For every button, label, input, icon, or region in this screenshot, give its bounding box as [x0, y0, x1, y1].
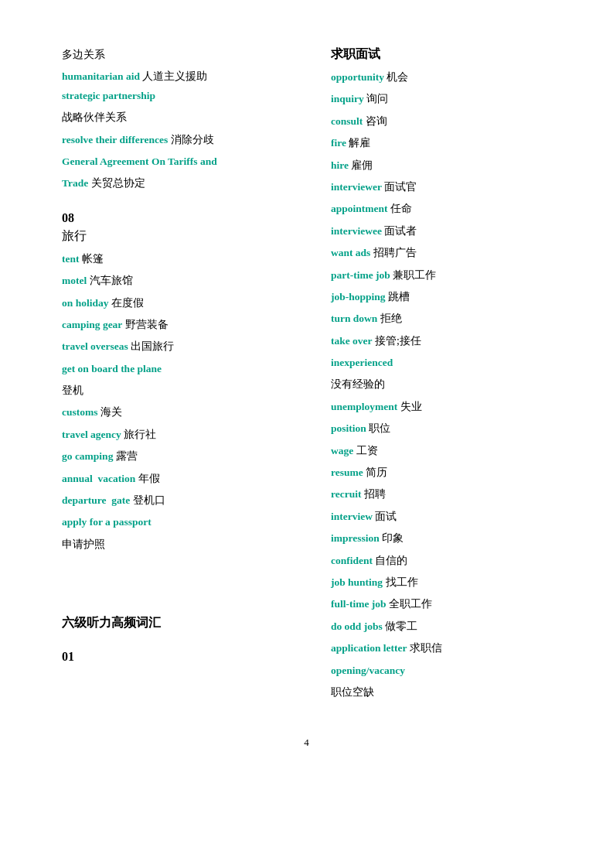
entry-strategic-partnership: strategic partnership [62, 87, 315, 104]
zh-text: 做零工 [385, 620, 417, 632]
zh-text: 人道主义援助 [142, 70, 207, 82]
entry-wage: wage 工资 [331, 443, 551, 460]
en-text: impression [331, 532, 380, 544]
en-text: interviewer [331, 181, 382, 193]
entry-unemployment: unemployment 失业 [331, 398, 551, 415]
zh-text: 多边关系 [62, 49, 105, 60]
en-text: tent [62, 253, 80, 265]
entry-interviewer: interviewer 面试官 [331, 179, 551, 196]
en-text: full-time job [331, 598, 387, 610]
right-column: 求职面试 opportunity 机会 inquiry 询问 consult 咨… [331, 46, 551, 706]
zh-text: 雇佣 [351, 159, 373, 171]
entry-apply-passport: apply for a passport [62, 514, 315, 531]
entry-consult: consult 咨询 [331, 113, 551, 130]
entry-opportunity: opportunity 机会 [331, 69, 551, 86]
entry-job-hopping: job-hopping 跳槽 [331, 289, 551, 306]
entry-turn-down: turn down 拒绝 [331, 310, 551, 327]
entry-job-hunting: job hunting 找工作 [331, 574, 551, 591]
entry-resolve: resolve their differences 消除分歧 [62, 132, 315, 149]
en-text: motel [62, 275, 87, 286]
en-text: job-hopping [331, 291, 386, 302]
zh-text: 在度假 [111, 297, 144, 309]
entry-motel: motel 汽车旅馆 [62, 272, 315, 289]
en-text: interviewee [331, 225, 382, 237]
en-text: customs [62, 406, 98, 418]
entry-want-ads: want ads 招聘广告 [331, 244, 551, 261]
entry-confident: confident 自信的 [331, 552, 551, 569]
section-number: 08 [62, 211, 315, 225]
entry-customs: customs 海关 [62, 404, 315, 421]
en-text: apply for a passport [62, 516, 152, 528]
en-text: unemployment [331, 401, 397, 412]
zh-text: 接管;接任 [375, 335, 421, 347]
en-text: take over [331, 335, 373, 347]
bottom-num: 01 [62, 650, 315, 664]
en-text: recruit [331, 488, 361, 500]
zh-text: 露营 [116, 450, 138, 462]
entry-application-letter: application letter 求职信 [331, 640, 551, 657]
en-text: fire [331, 137, 346, 149]
entry-recruit: recruit 招聘 [331, 486, 551, 503]
entry-go-camping: go camping 露营 [62, 448, 315, 465]
zh-text: 失业 [400, 401, 422, 412]
entry-on-holiday: on holiday 在度假 [62, 295, 315, 312]
zh-text: 登机 [62, 384, 83, 396]
zh-text: 野营装备 [125, 319, 169, 330]
zh-text: 面试 [375, 511, 397, 522]
entry-hire: hire 雇佣 [331, 157, 551, 174]
entry-duobianguanxi: 多边关系 [62, 46, 315, 63]
entry-humanitarian-aid: humanitarian aid 人道主义援助 [62, 68, 315, 85]
zh-text: 申请护照 [62, 538, 105, 550]
zh-text: 没有经验的 [331, 378, 385, 390]
section-title: 旅行 [62, 228, 315, 244]
en-text: job hunting [331, 576, 383, 588]
en-text: strategic partnership [62, 90, 155, 101]
en-text: resolve their differences [62, 134, 168, 145]
zh-text: 跳槽 [388, 291, 410, 302]
zh-text: 年假 [138, 473, 160, 484]
bottom-section: 六级听力高频词汇 01 [62, 615, 315, 664]
entry-apply-passport-zh: 申请护照 [62, 536, 315, 553]
zh-text: 简历 [366, 466, 387, 478]
entry-position: position 职位 [331, 420, 551, 437]
zh-text: 登机口 [133, 494, 165, 506]
en-text: travel agency [62, 429, 121, 440]
en-text: get on board the plane [62, 363, 162, 374]
zh-text: 拒绝 [380, 313, 402, 324]
entry-impression: impression 印象 [331, 530, 551, 547]
entry-get-on-board-zh: 登机 [62, 382, 315, 399]
entry-tent: tent 帐篷 [62, 251, 315, 268]
zh-text: 自信的 [375, 555, 407, 566]
entry-camping-gear: camping gear 野营装备 [62, 316, 315, 333]
zh-text: 面试者 [384, 225, 417, 237]
entry-part-time-job: part-time job 兼职工作 [331, 267, 551, 284]
zh-text: 面试官 [384, 181, 417, 193]
zh-text: 咨询 [366, 115, 387, 127]
entry-travel-agency: travel agency 旅行社 [62, 426, 315, 443]
en-text: do odd jobs [331, 620, 383, 632]
en-text: position [331, 422, 366, 434]
entry-gatt-2: Trade 关贸总协定 [62, 175, 315, 192]
entry-get-on-board: get on board the plane [62, 361, 315, 378]
entry-interviewee: interviewee 面试者 [331, 223, 551, 240]
en-text: opening/vacancy [331, 665, 405, 676]
entry-fire: fire 解雇 [331, 135, 551, 152]
entry-interview: interview 面试 [331, 508, 551, 525]
en-text: appointment [331, 203, 388, 214]
zh-text: 询问 [366, 93, 388, 104]
zh-text: 印象 [382, 532, 404, 544]
en-text: consult [331, 115, 363, 127]
zh-text: 任命 [390, 203, 412, 214]
en-text: want ads [331, 247, 370, 258]
zh-text: 兼职工作 [393, 269, 436, 281]
entry-inexperienced-zh: 没有经验的 [331, 376, 551, 393]
entry-full-time-job: full-time job 全职工作 [331, 596, 551, 613]
entry-resume: resume 简历 [331, 464, 551, 481]
en-text: on holiday [62, 297, 108, 309]
entry-inexperienced: inexperienced [331, 354, 551, 371]
zh-text: 海关 [100, 406, 122, 418]
zh-text: 求职信 [410, 642, 442, 654]
en-text: inexperienced [331, 357, 393, 368]
entry-strategic-partnership-zh: 战略伙伴关系 [62, 109, 315, 126]
en-text: camping gear [62, 319, 122, 330]
